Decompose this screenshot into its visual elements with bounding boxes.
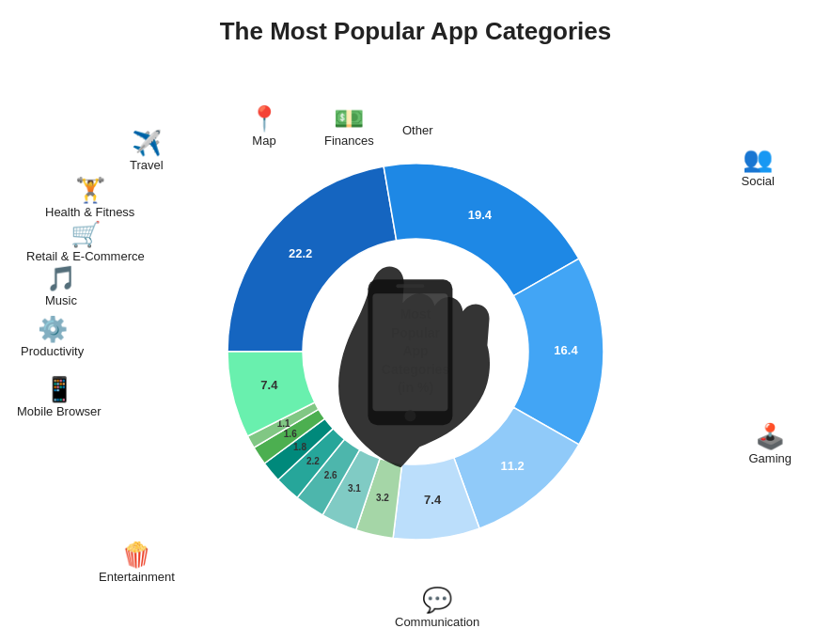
svg-text:2.2: 2.2	[306, 456, 320, 466]
label-social: 👥 Social	[742, 145, 775, 188]
label-retail: 🛒 Retail & E-Commerce	[26, 220, 145, 263]
label-entertainment: 🍿 Entertainment	[99, 541, 175, 584]
svg-text:19.4: 19.4	[468, 208, 493, 222]
svg-text:1.8: 1.8	[293, 442, 306, 452]
health-icon: 🏋️	[45, 176, 134, 205]
svg-text:3.2: 3.2	[376, 493, 389, 503]
svg-text:16.4: 16.4	[554, 343, 578, 357]
label-productivity: ⚙️ Productivity	[21, 315, 84, 358]
mobile-browser-icon: 📱	[17, 375, 102, 404]
page-title: The Most Popular App Categories	[0, 0, 831, 46]
label-other: Other	[402, 123, 433, 137]
svg-text:7.4: 7.4	[424, 493, 442, 507]
label-music: 🎵 Music	[45, 264, 77, 307]
music-icon: 🎵	[45, 264, 77, 293]
finances-icon: 💵	[324, 104, 374, 134]
donut-chart: 22.219.416.411.27.43.23.12.62.21.81.61.1…	[180, 117, 651, 587]
label-communication: 💬 Communication	[395, 586, 479, 629]
svg-text:2.6: 2.6	[324, 470, 337, 480]
svg-text:11.2: 11.2	[500, 459, 524, 473]
retail-icon: 🛒	[26, 220, 145, 249]
label-mobile-browser: 📱 Mobile Browser	[17, 375, 102, 418]
label-finances: 💵 Finances	[324, 104, 374, 148]
social-icon: 👥	[742, 145, 775, 174]
svg-text:7.4: 7.4	[260, 378, 278, 392]
svg-text:22.2: 22.2	[289, 246, 312, 260]
gaming-icon: 🕹️	[748, 422, 792, 451]
label-health: 🏋️ Health & Fitness	[45, 176, 134, 219]
label-travel: ✈️ Travel	[130, 129, 164, 172]
entertainment-icon: 🍿	[99, 541, 175, 570]
chart-container: 22.219.416.411.27.43.23.12.62.21.81.61.1…	[0, 55, 831, 644]
svg-text:3.1: 3.1	[348, 483, 361, 494]
travel-icon: ✈️	[130, 129, 164, 158]
productivity-icon: ⚙️	[21, 315, 84, 344]
map-icon: 📍	[249, 104, 279, 134]
svg-text:1.6: 1.6	[284, 429, 297, 439]
label-map: 📍 Map	[249, 104, 279, 148]
communication-icon: 💬	[395, 586, 479, 615]
label-gaming: 🕹️ Gaming	[748, 422, 792, 465]
